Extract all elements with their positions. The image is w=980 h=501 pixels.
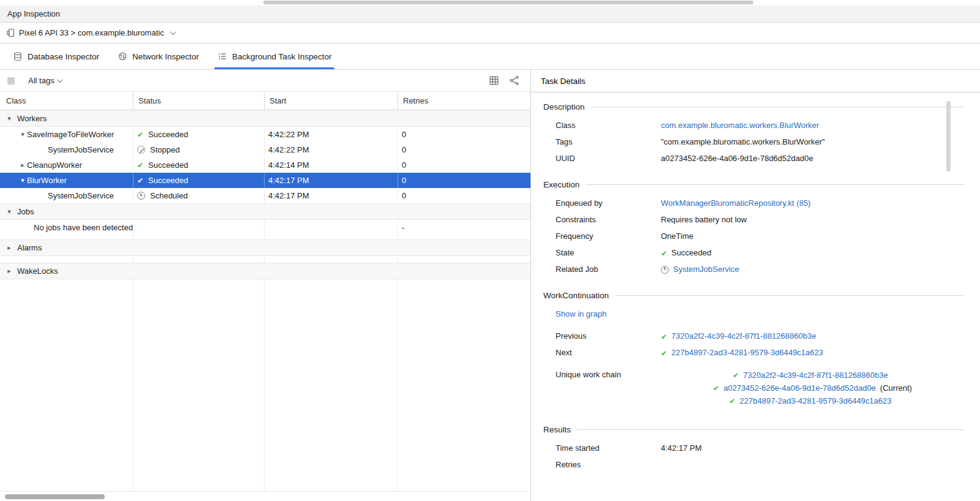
time-started-value: 4:42:17 PM (661, 443, 964, 454)
column-start[interactable]: Start (265, 92, 398, 110)
tab-background-task-inspector[interactable]: Background Task Inspector (208, 43, 341, 69)
detail-row-state: State Succeeded (556, 247, 964, 258)
tab-database-inspector[interactable]: Database Inspector (4, 43, 108, 69)
graph-view-icon[interactable] (509, 75, 519, 86)
inspector-tabs: Database Inspector Network Inspector B (0, 43, 980, 70)
chain-item: 7320a2f2-4c39-4c2f-87f1-881268860b3e (733, 369, 892, 381)
device-process-selector: Pixel 6 API 33 > com.example.bluromatic (19, 28, 164, 37)
table-toolbar: All tags (0, 70, 530, 92)
succeeded-icon (661, 349, 667, 357)
succeeded-icon (661, 249, 667, 257)
chain-suffix: (Current) (880, 382, 912, 394)
detail-row-frequency: Frequency OneTime (556, 231, 964, 242)
app-inspection-window: App Inspection Pixel 6 API 33 > com.exam… (0, 0, 980, 501)
row-status: Succeeded (148, 160, 188, 170)
row-start: 4:42:17 PM (265, 188, 398, 203)
horizontal-scrollbar-thumb[interactable] (5, 494, 105, 499)
column-class[interactable]: Class (0, 92, 134, 110)
section-workcontinuation: WorkContinuation (543, 291, 964, 300)
section-alarms[interactable]: Alarms (0, 239, 530, 256)
chevron-down-icon (18, 176, 27, 184)
section-description: Description (543, 102, 964, 111)
row-retries: 0 (398, 142, 530, 157)
section-label: WakeLocks (17, 266, 58, 276)
table-view-icon[interactable] (489, 75, 499, 86)
section-wakelocks[interactable]: WakeLocks (0, 263, 530, 279)
tag-filter-label: All tags (28, 76, 55, 85)
table-row[interactable]: SystemJobService Scheduled 4:42:17 PM 0 (0, 188, 530, 203)
chain-work-link[interactable]: 7320a2f2-4c39-4c2f-87f1-881268860b3e (743, 369, 888, 381)
enqueued-by-link[interactable]: WorkManagerBluromaticRepository.kt (85) (661, 198, 810, 209)
section-jobs[interactable]: Jobs (0, 203, 530, 220)
column-status[interactable]: Status (134, 92, 265, 110)
field-label: Time started (556, 443, 661, 454)
chain-work-link[interactable]: 227b4897-2ad3-4281-9579-3d6449c1a623 (740, 395, 892, 407)
uuid-value: a0273452-626e-4a06-9d1e-78d6d52dad0e (661, 153, 964, 164)
device-process-bar[interactable]: Pixel 6 API 33 > com.example.bluromatic (0, 23, 980, 43)
chevron-down-icon (18, 130, 27, 138)
tag-filter-dropdown[interactable]: All tags (28, 76, 62, 85)
field-label: Tags (556, 137, 661, 148)
detail-row-related-job: Related Job SystemJobService (556, 264, 964, 275)
field-label: Previous (556, 331, 661, 342)
detail-row-previous: Previous 7320a2f2-4c39-4c2f-87f1-8812688… (556, 331, 964, 342)
succeeded-icon (733, 371, 739, 379)
field-label: Retries (556, 459, 661, 470)
succeeded-icon (137, 130, 143, 138)
chevron-right-icon (18, 161, 27, 169)
row-retries: 0 (398, 173, 530, 188)
app-inspection-header: App Inspection (0, 6, 980, 23)
chain-work-link[interactable]: a0273452-626e-4a06-9d1e-78d6d52dad0e (723, 382, 876, 394)
detail-row-uuid: UUID a0273452-626e-4a06-9d1e-78d6d52dad0… (556, 153, 964, 164)
show-in-graph-link[interactable]: Show in graph (556, 309, 606, 320)
row-status: Stopped (150, 145, 179, 154)
table-row[interactable]: SystemJobService Stopped 4:42:22 PM 0 (0, 142, 530, 157)
detail-row-constraints: Constraints Requires battery not low (556, 214, 964, 225)
tab-label: Database Inspector (28, 52, 99, 61)
succeeded-icon (137, 176, 143, 184)
vertical-scrollbar-thumb[interactable] (946, 101, 951, 171)
app-inspection-title: App Inspection (7, 9, 60, 18)
row-start: 4:42:22 PM (265, 127, 398, 142)
task-details-header: Task Details (531, 70, 980, 92)
row-start: 4:42:22 PM (265, 142, 398, 157)
detail-row-tags: Tags "com.example.bluromatic.workers.Blu… (556, 137, 964, 148)
tab-label: Background Task Inspector (232, 52, 332, 61)
table-row[interactable]: CleanupWorker Succeeded 4:42:14 PM 0 (0, 157, 530, 173)
row-status: Succeeded (148, 130, 188, 139)
class-link[interactable]: com.example.bluromatic.workers.BlurWorke… (661, 120, 819, 131)
next-work-link[interactable]: 227b4897-2ad3-4281-9579-3d6449c1a623 (671, 347, 823, 358)
top-scrollbar-thumb[interactable] (263, 1, 753, 4)
section-label: Workers (17, 114, 47, 123)
column-retries[interactable]: Retries (398, 92, 530, 110)
detail-row-time-started: Time started 4:42:17 PM (556, 443, 964, 454)
section-label: Alarms (17, 243, 42, 252)
field-label: Frequency (556, 231, 661, 242)
detail-row-next: Next 227b4897-2ad3-4281-9579-3d6449c1a62… (556, 347, 964, 358)
detail-row-class: Class com.example.bluromatic.workers.Blu… (556, 120, 964, 131)
task-table-panel: All tags (0, 70, 531, 501)
related-job-link[interactable]: SystemJobService (673, 264, 739, 275)
task-details-panel: Task Details Description Class com.examp… (531, 70, 980, 501)
row-retries: 0 (398, 157, 530, 173)
previous-work-link[interactable]: 7320a2f2-4c39-4c2f-87f1-881268860b3e (671, 331, 816, 342)
tags-value: "com.example.bluromatic.workers.BlurWork… (661, 137, 964, 148)
chevron-down-icon (56, 77, 62, 83)
tab-label: Network Inspector (132, 52, 199, 61)
section-label: Jobs (17, 207, 34, 216)
field-label: Related Job (556, 264, 661, 275)
row-class: SystemJobService (48, 191, 114, 200)
row-class: BlurWorker (27, 176, 67, 185)
tab-network-inspector[interactable]: Network Inspector (108, 43, 208, 69)
table-row-selected[interactable]: BlurWorker Succeeded 4:42:17 PM 0 (0, 173, 530, 188)
stop-icon[interactable] (7, 77, 15, 85)
task-list-icon (217, 51, 227, 61)
section-workers[interactable]: Workers (0, 110, 530, 127)
task-details-body: Description Class com.example.bluromatic… (531, 92, 980, 501)
empty-jobs-message: No jobs have been detected. (0, 220, 134, 235)
detail-row-partial: Retries (556, 459, 964, 470)
field-label: Enqueued by (556, 198, 661, 209)
table-row[interactable]: SaveImageToFileWorker Succeeded 4:42:22 … (0, 127, 530, 142)
chevron-down-icon (5, 208, 13, 216)
section-results: Results (543, 425, 964, 434)
